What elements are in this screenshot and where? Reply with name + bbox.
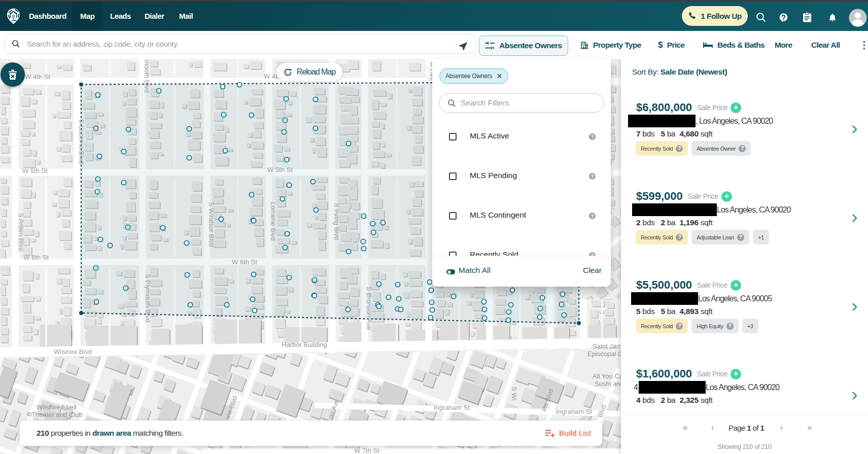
svg-text:Harbor Building: Harbor Building [282,341,327,348]
svg-text:All You Can E: All You Can E [593,372,621,380]
svg-text:Wilshire Ebell: Wilshire Ebell [37,403,77,411]
svg-text:S Bronson Ave: S Bronson Ave [365,287,373,330]
svg-text:Episcopal Chur: Episcopal Chur [587,350,621,358]
svg-text:Sushi and B: Sushi and B [595,380,621,388]
svg-text:W 4th St: W 4th St [25,73,50,81]
svg-text:Ingraham St: Ingraham St [434,404,470,411]
svg-text:W 6th St: W 6th St [232,258,257,266]
svg-text:S Lucerne Blvd: S Lucerne Blvd [78,119,85,164]
svg-text:S Arden Blvd: S Arden Blvd [17,213,25,251]
svg-text:Theater and Club: Theater and Club [31,411,82,418]
svg-text:W 7th St: W 7th St [354,447,379,454]
svg-text:S Wi: S Wi [510,387,518,401]
svg-text:S Irving Blvd: S Irving Blvd [333,203,340,240]
svg-text:W 6th St: W 6th St [23,254,49,261]
svg-text:Lorraine Blvd: Lorraine Blvd [269,202,277,241]
svg-text:W 5th St: W 5th St [22,167,48,174]
svg-text:Wilshire Blvd: Wilshire Blvd [54,348,92,356]
svg-text:Ingraham St: Ingraham St [556,408,592,415]
svg-text:W 5th St: W 5th St [267,166,293,173]
svg-text:Saint James: Saint James [593,342,621,350]
svg-text:S Windsor Blvd: S Windsor Blvd [207,202,215,247]
svg-text:mouth Blvd: mouth Blvd [143,60,151,93]
svg-text:S Plymouth Blvd: S Plymouth Blvd [144,274,152,322]
